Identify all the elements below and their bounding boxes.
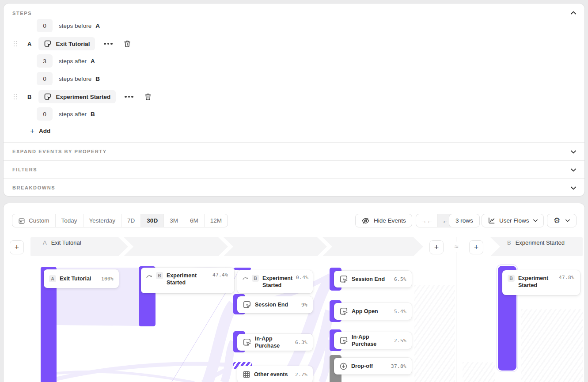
range-6m[interactable]: 6M bbox=[184, 214, 205, 227]
steps-before-a-row: 0 steps before A bbox=[37, 19, 100, 32]
range-12m[interactable]: 12M bbox=[205, 214, 228, 227]
node-label: Session End bbox=[255, 301, 298, 308]
add-column-left-button[interactable]: + bbox=[10, 240, 24, 254]
section-breakdowns-label: BREAKDOWNS bbox=[12, 185, 55, 190]
flows-chart-icon bbox=[488, 217, 495, 224]
steps-before-b-target: B bbox=[95, 76, 100, 82]
step-a-letter: A bbox=[27, 41, 31, 47]
steps-after-a-row: 3 steps after A bbox=[37, 54, 95, 68]
hide-events-button[interactable]: Hide Events bbox=[355, 214, 412, 227]
node-label: App Open bbox=[352, 308, 391, 315]
faded-flow-texture bbox=[463, 362, 495, 382]
step-label: Experiment Started bbox=[516, 239, 565, 246]
node-value: 6.5% bbox=[394, 276, 406, 282]
step-b-more-icon[interactable] bbox=[123, 94, 135, 100]
flow-node-experiment-started-small[interactable]: B Experiment Started 0.4% bbox=[237, 270, 313, 293]
flow-node-experiment-started-b[interactable]: B Experiment Started 47.8% bbox=[502, 270, 580, 295]
steps-after-b-input[interactable]: 0 bbox=[37, 107, 53, 121]
event-icon bbox=[339, 307, 348, 316]
step-label: Exit Tutorial bbox=[51, 239, 81, 246]
step-b-event-label: Experiment Started bbox=[56, 94, 110, 100]
section-filters-label: FILTERS bbox=[12, 167, 37, 172]
range-custom[interactable]: Custom bbox=[12, 214, 56, 227]
chevron-down-icon bbox=[533, 219, 538, 222]
flow-node-exit-tutorial[interactable]: A Exit Tutorial 100% bbox=[44, 269, 119, 288]
chevron-down-icon bbox=[565, 219, 570, 222]
flow-node-in-app-purchase[interactable]: In-App Purchase 6.3% bbox=[237, 334, 313, 351]
flow-bar-experiment-started-small[interactable] bbox=[234, 268, 251, 270]
flow-header-step-a: A Exit Tutorial bbox=[43, 238, 81, 247]
node-value: 2.7% bbox=[295, 372, 307, 378]
steps-after-a-input[interactable]: 3 bbox=[37, 54, 53, 68]
flow-node-in-app-purchase-2[interactable]: In-App Purchase 2.5% bbox=[334, 332, 412, 349]
node-label: Other events bbox=[254, 371, 292, 378]
node-value: 9% bbox=[301, 302, 307, 308]
flow-node-app-open[interactable]: App Open 5.4% bbox=[334, 303, 412, 320]
collapse-steps-button[interactable] bbox=[569, 9, 577, 17]
steps-before-a-input[interactable]: 0 bbox=[37, 19, 53, 32]
event-icon bbox=[44, 40, 52, 48]
node-label: Session End bbox=[352, 276, 391, 283]
step-b-delete-button[interactable] bbox=[144, 93, 152, 101]
grid-icon bbox=[243, 371, 250, 378]
flow-node-drop-off[interactable]: Drop-off 37.8% bbox=[334, 358, 412, 374]
section-divider bbox=[456, 237, 456, 382]
section-expand-events[interactable]: EXPAND EVENTS BY PROPERTY bbox=[4, 143, 584, 160]
flow-node-experiment-started[interactable]: B Experiment Started 47.4% bbox=[141, 268, 234, 293]
range-today[interactable]: Today bbox=[56, 214, 83, 227]
flow-header-step-b: B Experiment Started bbox=[507, 238, 565, 247]
rows-count-button[interactable]: 3 rows bbox=[449, 214, 480, 227]
steps-before-a-label: steps before bbox=[59, 23, 91, 29]
step-badge: B bbox=[508, 275, 515, 282]
add-column-after-button[interactable]: + bbox=[429, 240, 444, 254]
node-label: In-App Purchase bbox=[255, 335, 292, 350]
section-breakdowns[interactable]: BREAKDOWNS bbox=[4, 179, 584, 197]
add-step-label: Add bbox=[39, 128, 50, 134]
flow-node-session-end-2[interactable]: Session End 6.5% bbox=[334, 271, 412, 287]
node-value: 0.4% bbox=[296, 275, 308, 280]
event-icon bbox=[44, 93, 52, 101]
add-step-button[interactable]: + Add bbox=[30, 127, 50, 135]
steps-before-b-row: 0 steps before B bbox=[37, 72, 100, 85]
settings-dropdown[interactable]: ⚙ bbox=[547, 214, 577, 227]
event-icon bbox=[339, 336, 348, 345]
rows-count-label: 3 rows bbox=[455, 217, 473, 224]
swoop-arrow-icon bbox=[146, 273, 152, 279]
flow-node-other-events[interactable]: Other events 2.7% bbox=[237, 366, 313, 382]
add-column-before-b-button[interactable]: + bbox=[469, 240, 483, 254]
gear-icon: ⚙ bbox=[554, 217, 560, 224]
step-badge: B bbox=[156, 272, 163, 279]
date-range-control: Custom Today Yesterday 7D 30D 3M 6M 12M bbox=[12, 214, 228, 227]
steps-after-b-target: B bbox=[91, 111, 95, 117]
step-b-event-pill[interactable]: Experiment Started bbox=[38, 90, 116, 103]
drag-handle-icon[interactable] bbox=[14, 41, 17, 46]
trash-icon bbox=[123, 40, 131, 48]
node-value: 5.4% bbox=[394, 309, 406, 314]
step-a-event-pill[interactable]: Exit Tutorial bbox=[38, 37, 95, 50]
range-7d[interactable]: 7D bbox=[121, 214, 141, 227]
trash-icon bbox=[144, 93, 152, 101]
drop-off-icon bbox=[339, 362, 348, 371]
node-value: 2.5% bbox=[394, 338, 406, 344]
chevron-down-icon bbox=[571, 150, 576, 154]
range-30d[interactable]: 30D bbox=[141, 214, 164, 227]
chevron-down-icon bbox=[571, 168, 576, 172]
steps-before-a-target: A bbox=[95, 23, 100, 29]
collapse-columns-button[interactable]: →← bbox=[416, 214, 438, 227]
node-value: 6.3% bbox=[295, 340, 307, 345]
flow-node-session-end[interactable]: Session End 9% bbox=[237, 296, 313, 313]
step-a-row: A Exit Tutorial bbox=[14, 37, 131, 50]
range-yesterday[interactable]: Yesterday bbox=[83, 214, 122, 227]
step-badge: A bbox=[49, 275, 56, 282]
range-custom-label: Custom bbox=[29, 217, 49, 224]
step-letter: A bbox=[43, 239, 47, 246]
view-type-dropdown[interactable]: User Flows bbox=[482, 214, 544, 227]
section-filters[interactable]: FILTERS bbox=[4, 161, 584, 178]
step-a-delete-button[interactable] bbox=[123, 40, 131, 48]
steps-after-a-label: steps after bbox=[59, 58, 87, 64]
steps-before-b-label: steps before bbox=[59, 76, 91, 82]
range-3m[interactable]: 3M bbox=[164, 214, 184, 227]
drag-handle-icon[interactable] bbox=[14, 94, 17, 99]
steps-before-b-input[interactable]: 0 bbox=[37, 72, 53, 85]
step-a-more-icon[interactable] bbox=[102, 41, 114, 47]
